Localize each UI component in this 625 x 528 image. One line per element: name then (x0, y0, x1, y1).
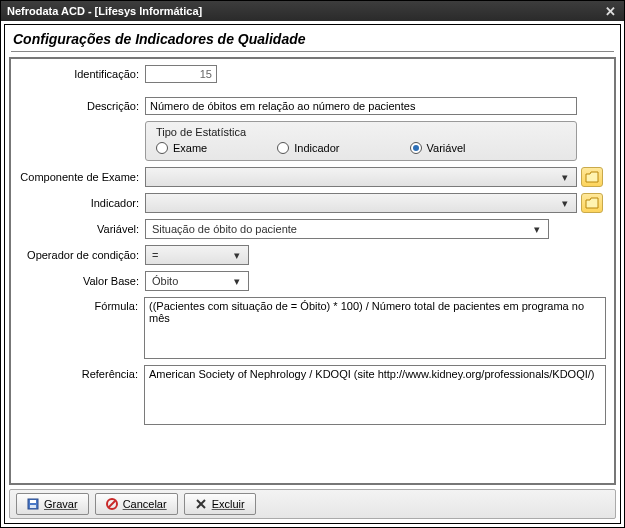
cancelar-label: Cancelar (123, 498, 167, 510)
componente-exame-browse-button[interactable] (581, 167, 603, 187)
radio-icon (277, 142, 289, 154)
label-referencia: Referência: (19, 365, 144, 380)
gravar-button[interactable]: Gravar (16, 493, 89, 515)
form-content: Identificação: Descrição: Tipo de Estatí… (9, 57, 616, 485)
chevron-down-icon: ▾ (530, 223, 544, 236)
excluir-label: Excluir (212, 498, 245, 510)
descricao-field[interactable] (145, 97, 577, 115)
radio-variavel-label: Variável (427, 142, 466, 154)
referencia-field[interactable] (144, 365, 606, 425)
label-indicador: Indicador: (19, 197, 145, 209)
client-area: Configurações de Indicadores de Qualidad… (4, 24, 621, 524)
tipo-estatistica-group: Tipo de Estatística Exame Indicador (145, 121, 577, 161)
radio-indicador[interactable]: Indicador (277, 142, 339, 154)
formula-field[interactable] (144, 297, 606, 359)
radio-variavel[interactable]: Variável (410, 142, 466, 154)
valor-base-value: Óbito (152, 275, 178, 287)
componente-exame-combo[interactable]: ▾ (145, 167, 577, 187)
chevron-down-icon: ▾ (230, 249, 244, 262)
label-operador-condicao: Operador de condição: (19, 249, 145, 261)
excluir-button[interactable]: Excluir (184, 493, 256, 515)
delete-icon (195, 498, 207, 510)
panel-title: Configurações de Indicadores de Qualidad… (5, 25, 620, 51)
indicador-browse-button[interactable] (581, 193, 603, 213)
label-componente-exame: Componente de Exame: (19, 171, 145, 183)
radio-icon (156, 142, 168, 154)
variavel-value: Situação de óbito do paciente (152, 223, 297, 235)
operador-value: = (152, 249, 158, 261)
gravar-label: Gravar (44, 498, 78, 510)
label-variavel: Variável: (19, 223, 145, 235)
svg-rect-2 (30, 505, 36, 508)
tipo-estatistica-legend: Tipo de Estatística (156, 126, 566, 138)
label-identificacao: Identificação: (19, 68, 145, 80)
svg-line-4 (108, 501, 115, 508)
operador-combo[interactable]: = ▾ (145, 245, 249, 265)
footer-toolbar: Gravar Cancelar Excluir (9, 489, 616, 519)
close-icon[interactable]: ✕ (602, 3, 618, 19)
divider (11, 51, 614, 52)
identificacao-field (145, 65, 217, 83)
variavel-combo[interactable]: Situação de óbito do paciente ▾ (145, 219, 549, 239)
cancelar-button[interactable]: Cancelar (95, 493, 178, 515)
radio-icon (410, 142, 422, 154)
chevron-down-icon: ▾ (230, 275, 244, 288)
window: Nefrodata ACD - [Lifesys Informática] ✕ … (0, 0, 625, 528)
label-descricao: Descrição: (19, 100, 145, 112)
radio-indicador-label: Indicador (294, 142, 339, 154)
radio-exame[interactable]: Exame (156, 142, 207, 154)
folder-icon (585, 197, 599, 209)
label-formula: Fórmula: (19, 297, 144, 312)
titlebar: Nefrodata ACD - [Lifesys Informática] ✕ (1, 1, 624, 21)
radio-exame-label: Exame (173, 142, 207, 154)
chevron-down-icon: ▾ (558, 197, 572, 210)
folder-icon (585, 171, 599, 183)
svg-rect-1 (30, 500, 36, 503)
indicador-combo[interactable]: ▾ (145, 193, 577, 213)
cancel-icon (106, 498, 118, 510)
chevron-down-icon: ▾ (558, 171, 572, 184)
valor-base-combo[interactable]: Óbito ▾ (145, 271, 249, 291)
save-icon (27, 498, 39, 510)
window-title: Nefrodata ACD - [Lifesys Informática] (7, 5, 602, 17)
label-valor-base: Valor Base: (19, 275, 145, 287)
